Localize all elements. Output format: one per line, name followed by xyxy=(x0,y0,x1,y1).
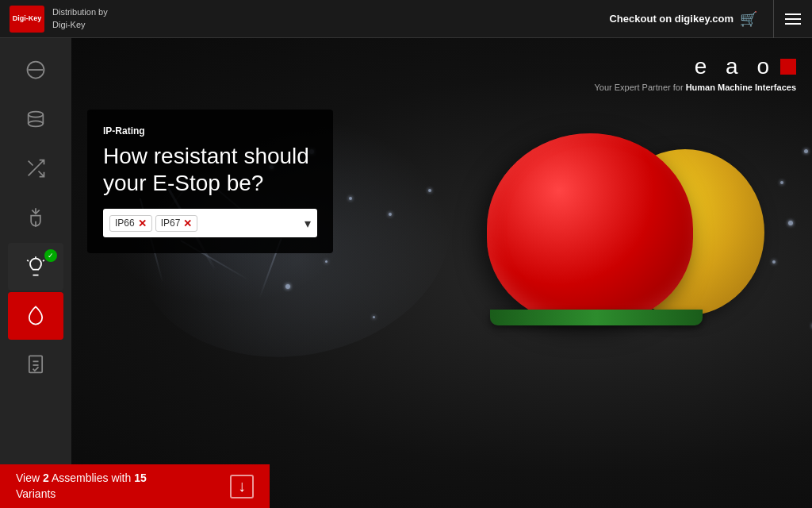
menu-line-2 xyxy=(785,18,801,20)
filter-row[interactable]: IP66 ✕ IP67 ✕ ▾ xyxy=(103,209,317,237)
checkout-label: Checkout on digikey.com xyxy=(609,13,733,25)
main-content: e a o Your Expert Partner for Human Mach… xyxy=(71,38,812,508)
eao-branding: e a o Your Expert Partner for Human Mach… xyxy=(594,54,796,92)
svg-line-9 xyxy=(43,260,44,262)
filter-tag-ip67[interactable]: IP67 ✕ xyxy=(155,215,198,232)
sidebar-item-operator[interactable] xyxy=(8,144,63,192)
sidebar-item-protection[interactable] xyxy=(8,292,63,340)
bottom-bar-text: View 2 Assemblies with 15Variants xyxy=(16,471,147,502)
filter-dropdown-arrow[interactable]: ▾ xyxy=(304,216,311,231)
eao-tagline: Your Expert Partner for Human Machine In… xyxy=(594,83,796,92)
checkout-button[interactable]: Checkout on digikey.com 🛒 xyxy=(593,0,774,38)
eao-logo: e a o xyxy=(594,54,796,79)
filter-tag-ip66-remove[interactable]: ✕ xyxy=(138,217,147,229)
green-ring xyxy=(490,310,703,325)
menu-line-3 xyxy=(785,23,801,25)
view-assemblies-bar[interactable]: View 2 Assemblies with 15Variants ↓ xyxy=(0,464,270,508)
svg-line-8 xyxy=(27,260,29,262)
sidebar-item-certification[interactable] xyxy=(8,341,63,389)
card-label: IP-Rating xyxy=(103,125,317,137)
sidebar-item-diameter[interactable] xyxy=(8,46,63,94)
menu-line-1 xyxy=(785,13,801,15)
ip-rating-card: IP-Rating How resistant should your E-St… xyxy=(87,110,333,253)
check-badge: ✓ xyxy=(44,249,57,262)
header-left: Digi-Key Distribution by Digi-Key xyxy=(0,6,108,33)
filter-tag-ip67-remove[interactable]: ✕ xyxy=(183,217,192,229)
eao-red-square xyxy=(780,59,796,75)
actuator-icon xyxy=(25,108,47,130)
red-mushroom-head xyxy=(487,133,693,324)
bottom-bar-down-arrow[interactable]: ↓ xyxy=(230,475,254,498)
svg-point-5 xyxy=(29,121,44,126)
distribution-text: Distribution by Digi-Key xyxy=(52,6,108,31)
operator-icon xyxy=(25,157,47,179)
contact-icon xyxy=(25,206,47,229)
cart-icon: 🛒 xyxy=(740,10,757,28)
digikey-logo: Digi-Key xyxy=(10,6,44,33)
filter-tag-ip66-label: IP66 xyxy=(115,217,135,229)
svg-point-2 xyxy=(29,112,44,117)
filter-tag-ip67-label: IP67 xyxy=(161,217,181,229)
sidebar: ✓ xyxy=(0,38,71,508)
certification-icon xyxy=(25,354,47,376)
sidebar-item-contact[interactable] xyxy=(8,194,63,241)
filter-tag-ip66[interactable]: IP66 ✕ xyxy=(109,215,152,232)
sidebar-item-ip-rating[interactable]: ✓ xyxy=(8,243,63,291)
header-right: Checkout on digikey.com 🛒 xyxy=(593,0,812,38)
header: Digi-Key Distribution by Digi-Key Checko… xyxy=(0,0,812,38)
ip-rating-icon xyxy=(25,256,47,278)
eao-text: e a o xyxy=(695,54,776,79)
sidebar-item-actuator[interactable] xyxy=(8,95,63,143)
card-title: How resistant should your E-Stop be? xyxy=(103,143,317,196)
protection-icon xyxy=(25,305,47,327)
menu-button[interactable] xyxy=(774,0,812,38)
diameter-icon xyxy=(25,59,47,81)
